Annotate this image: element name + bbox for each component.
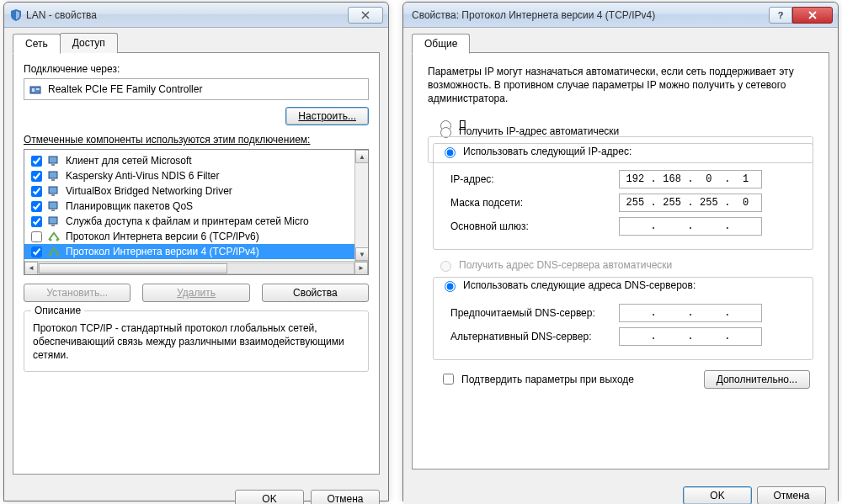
help-button[interactable]: ? [769,7,792,24]
vertical-scrollbar[interactable]: ▲ ▼ [354,150,368,261]
radio-input [440,261,451,272]
svg-rect-6 [51,179,55,181]
item-checkbox[interactable] [31,231,42,242]
item-checkbox[interactable] [31,216,42,227]
svg-rect-9 [49,202,57,209]
checkbox-input[interactable] [443,374,454,385]
info-paragraph: Параметры IP могут назначаться автоматич… [428,65,813,106]
client-icon [47,154,61,167]
cancel-button[interactable]: Отмена [311,490,380,504]
radio-label: Получить IP-адрес автоматически [459,125,619,137]
svg-point-13 [50,239,52,241]
ok-button[interactable]: OK [683,486,752,504]
install-button[interactable]: Установить... [24,284,131,302]
pref-dns-label: Предпочитаемый DNS-сервер: [450,307,619,319]
list-item[interactable]: Служба доступа к файлам и принтерам сете… [24,214,368,229]
svg-point-15 [50,254,52,257]
list-item[interactable]: VirtualBox Bridged Networking Driver [24,183,368,199]
list-item[interactable]: Протокол Интернета версии 4 (TCP/IPv4) [24,244,368,259]
item-checkbox[interactable] [31,171,42,182]
radio-input[interactable] [445,281,456,292]
ipv4-icon [47,245,61,258]
advanced-button[interactable]: Дополнительно... [704,370,810,389]
desc-text: Протокол TCP/IP - стандартный протокол г… [33,321,360,363]
svg-rect-5 [49,172,57,178]
nic-icon [29,82,43,96]
mask-label: Маска подсети: [450,197,619,209]
qos-icon [47,199,61,213]
close-button[interactable] [348,7,383,24]
alt-dns-input[interactable]: . . . [619,327,762,346]
scroll-down-icon[interactable]: ▼ [355,247,369,261]
list-item[interactable]: Kaspersky Anti-Virus NDIS 6 Filter [24,168,368,183]
confirm-on-exit[interactable]: Подтвердить параметры при выходе [440,371,634,387]
components-label: Отмеченные компоненты используются этим … [24,134,369,146]
fileshare-icon [47,215,61,228]
item-checkbox[interactable] [31,186,42,197]
radio-auto-dns: Получить адрес DNS-сервера автоматически [436,258,818,272]
scroll-left-icon[interactable]: ◄ [24,262,38,275]
item-checkbox[interactable] [31,247,42,257]
properties-button[interactable]: Свойства [262,284,369,302]
uninstall-button[interactable]: Удалить [142,284,249,302]
scroll-up-icon[interactable]: ▲ [355,150,369,163]
ok-button[interactable]: OK [235,490,304,504]
item-checkbox[interactable] [31,156,42,167]
window-title: LAN - свойства [26,9,348,21]
tab-general[interactable]: Общие [412,34,470,54]
svg-rect-12 [51,225,55,226]
radio-label: Использовать следующие адреса DNS-сервер… [463,279,695,291]
shield-icon [9,8,23,22]
svg-rect-11 [49,217,57,224]
ip-input[interactable]: 192. 168. 0. 1 [619,170,762,188]
close-button[interactable] [792,7,833,24]
gw-label: Основной шлюз: [450,220,619,232]
connect-via-label: Подключение через: [24,63,369,75]
svg-rect-7 [49,187,57,194]
pref-dns-input[interactable]: . . . [619,304,762,322]
adapter-box: Realtek PCIe FE Family Controller [24,78,369,100]
horizontal-scrollbar[interactable]: ◄ ► [24,261,368,274]
titlebar-lan[interactable]: LAN - свойства [4,3,388,28]
component-list[interactable]: Клиент для сетей Microsoft Kaspersky Ant… [24,149,369,275]
adapter-name: Realtek PCIe FE Family Controller [48,83,202,95]
svg-point-16 [56,254,59,257]
gw-input[interactable]: . . . [619,217,762,236]
list-item[interactable]: Планировщик пакетов QoS [24,199,368,214]
desc-legend: Описание [31,305,84,316]
titlebar-ipv4[interactable]: Свойства: Протокол Интернета версии 4 (T… [403,3,838,28]
svg-rect-3 [49,157,57,163]
radio-input[interactable] [445,147,456,158]
svg-rect-1 [32,88,35,92]
radio-manual-dns[interactable]: Использовать следующие адреса DNS-сервер… [437,279,699,292]
svg-rect-2 [36,88,40,90]
ip-label: IP-адрес: [450,173,619,185]
mask-input[interactable]: 255. 255. 255. 0 [619,194,762,212]
svg-rect-10 [51,210,55,211]
list-item[interactable]: Клиент для сетей Microsoft [24,153,368,168]
svg-point-14 [56,239,59,241]
scroll-right-icon[interactable]: ► [354,262,368,275]
tab-network[interactable]: Сеть [13,34,61,54]
svg-rect-8 [51,194,55,196]
window-title: Свойства: Протокол Интернета версии 4 (T… [412,9,769,21]
cancel-button[interactable]: Отмена [757,486,826,504]
ipv6-icon [47,230,61,243]
radio-label: Использовать следующий IP-адрес: [463,146,632,157]
alt-dns-label: Альтернативный DNS-сервер: [450,331,619,342]
configure-button[interactable]: Настроить... [285,107,369,125]
radio-label: Получить адрес DNS-сервера автоматически [459,259,672,271]
filter-icon [47,169,61,183]
tab-access[interactable]: Доступ [60,33,118,53]
svg-rect-4 [51,164,55,166]
item-checkbox[interactable] [31,201,42,212]
scroll-thumb[interactable] [39,263,227,273]
radio-manual-ip[interactable]: Использовать следующий IP-адрес: [437,145,635,158]
vbox-icon [47,184,61,198]
list-item[interactable]: Протокол Интернета версии 6 (TCP/IPv6) [24,229,368,244]
